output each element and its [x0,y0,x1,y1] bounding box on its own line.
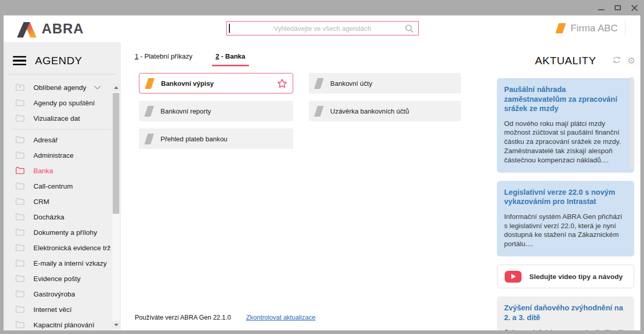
news-card-body: Stát se v loňském roce rozhodl přilepšit [504,328,627,330]
news-cards: Paušální náhrada zaměstnavatelům za zpra… [497,78,634,330]
status-line: Používáte verzi ABRA Gen 22.1.0 Zkontrol… [135,314,315,321]
scroll-down-arrow-icon[interactable] [112,321,120,329]
agenda-tile[interactable]: Bankovní reporty [139,101,293,121]
agenda-tile-label: Přehled plateb bankou [160,135,227,143]
window-titlebar[interactable] [0,0,644,15]
app-header: ABRA Firma ABC [4,15,640,42]
sidebar-item-label: Adresář [33,136,58,144]
agenda-icon [145,106,154,117]
agenda-tile[interactable]: Bankovní účty [309,73,461,94]
sidebar-item[interactable]: E-maily a interní vzkazy [4,255,121,271]
close-button[interactable] [630,3,639,12]
window-frame: ABRA Firma ABC AGENDY Oblíbené agendyAge… [0,0,644,334]
gear-icon[interactable]: ⚙ [628,57,634,65]
news-card-body: Informační systém ABRA Gen přichází s le… [504,212,627,249]
refresh-icon[interactable] [612,56,621,66]
version-text: Používáte verzi ABRA Gen 22.1.0 [135,314,231,321]
sidebar-item-label: Gastrovýroba [33,290,75,298]
sidebar-scrollbar-thumb[interactable] [113,93,119,214]
sidebar-item[interactable]: Oblíbené agendy [4,80,121,95]
sidebar-item[interactable]: Elektronická evidence trž [4,240,121,255]
scroll-up-arrow-icon[interactable] [112,84,120,91]
sidebar-item-label: Docházka [33,213,64,221]
agenda-tile[interactable]: Přehled plateb bankou [139,128,293,149]
sidebar-list: Oblíbené agendyAgendy po spuštěníVizuali… [4,80,121,330]
agenda-tile[interactable]: Bankovní výpisy [139,73,293,94]
folder-icon [15,151,25,159]
sidebar-item[interactable]: Call-centrum [4,178,121,194]
folder-icon [15,321,25,329]
folder-icon [15,274,25,283]
workspace-tab-1[interactable]: 1 - Platební příkazy [131,51,196,66]
news-card-body: Od nového roku mají plátci mzdy možnost … [504,119,627,165]
sidebar-item[interactable]: Gastrovýroba [4,286,121,302]
sidebar-item[interactable]: Evidence pošty [4,271,121,286]
tab-label: - Banka [219,52,245,60]
search-input[interactable] [227,22,418,35]
sidebar-item[interactable]: Kapacitní plánování [4,317,121,330]
folder-icon [15,305,25,313]
maximize-icon [615,5,621,10]
news-card[interactable]: Legislativní verze 22.0 s novým vykazová… [497,181,634,256]
abra-logo-icon [15,20,37,38]
agenda-icon [314,106,324,117]
folder-icon [15,213,25,221]
sidebar-item[interactable]: CRM [4,194,121,209]
news-card[interactable]: Zvýšení daňového zvýhodnění na 2. a 3. d… [497,296,634,330]
folder-icon [15,136,25,144]
sidebar-scrollbar[interactable] [112,84,120,330]
company-icon [556,23,566,33]
text-caret [229,24,230,33]
sidebar-item-label: Vizualizace dat [33,115,80,122]
favorite-star-icon[interactable] [277,78,288,89]
video-link-label: Sledujte video tipy a návody [529,273,623,281]
news-card-title: Zvýšení daňového zvýhodnění na 2. a 3. d… [504,303,627,322]
sidebar-item[interactable]: Agendy po spuštění [4,95,121,110]
close-icon [631,4,638,12]
agenda-icon [145,134,154,144]
folder-icon [15,182,25,190]
news-scrollbar-thumb[interactable] [630,77,634,170]
video-link-card[interactable]: Sledujte video tipy a návody [497,265,634,288]
check-updates-link[interactable]: Zkontrolovat aktualizace [246,314,315,321]
agenda-tile[interactable]: Uzávěrka bankovních účtů [309,101,461,121]
sidebar-item[interactable]: Docházka [4,209,121,225]
sidebar-item-label: Dokumenty a přílohy [33,229,97,236]
folder-icon [15,197,25,206]
sidebar-item[interactable]: Vizualizace dat [4,110,121,126]
sidebar-item-label: Call-centrum [33,182,73,190]
sidebar-group-divider [12,129,117,129]
sidebar-item[interactable]: Adresář [4,132,121,147]
global-search[interactable] [226,21,419,35]
search-icon[interactable] [405,24,414,35]
company-name: Firma ABC [570,23,618,34]
agenda-tile-label: Bankovní účty [330,80,372,87]
minimize-button[interactable] [597,3,606,12]
sidebar-item-label: Kapacitní plánování [33,321,95,329]
app-window: ABRA Firma ABC AGENDY Oblíbené agendyAge… [4,15,640,330]
folder-icon [15,244,25,252]
news-card-title: Legislativní verze 22.0 s novým vykazová… [504,188,627,207]
sidebar-item[interactable]: Internet věcí [4,302,121,317]
chevron-down-icon[interactable] [94,85,101,90]
tab-label: - Platební příkazy [138,52,192,60]
sidebar-item[interactable]: Administrace [4,147,121,163]
youtube-play-icon [505,271,522,283]
abra-logo: ABRA [15,20,84,38]
menu-hamburger-icon[interactable] [13,56,26,66]
sidebar-item[interactable]: Banka [4,163,121,178]
news-card[interactable]: Paušální náhrada zaměstnavatelům za zpra… [497,78,634,173]
agenda-tile-label: Bankovní reporty [160,107,211,115]
sidebar-item-label: Elektronická evidence trž [33,244,111,252]
sidebar-item-label: Evidence pošty [33,275,81,283]
sidebar-item-label: Internet věcí [33,306,71,313]
agenda-icon [314,78,324,89]
sidebar-title: AGENDY [35,54,82,67]
agenda-icon [145,78,155,89]
company-selector[interactable]: Firma ABC [557,21,625,36]
folder-icon [15,99,25,107]
maximize-button[interactable] [613,3,622,12]
sidebar-item[interactable]: Dokumenty a přílohy [4,225,121,240]
workspace-tab-2[interactable]: 2 - Banka [212,51,249,66]
news-card-title: Paušální náhrada zaměstnavatelům za zpra… [504,85,627,114]
